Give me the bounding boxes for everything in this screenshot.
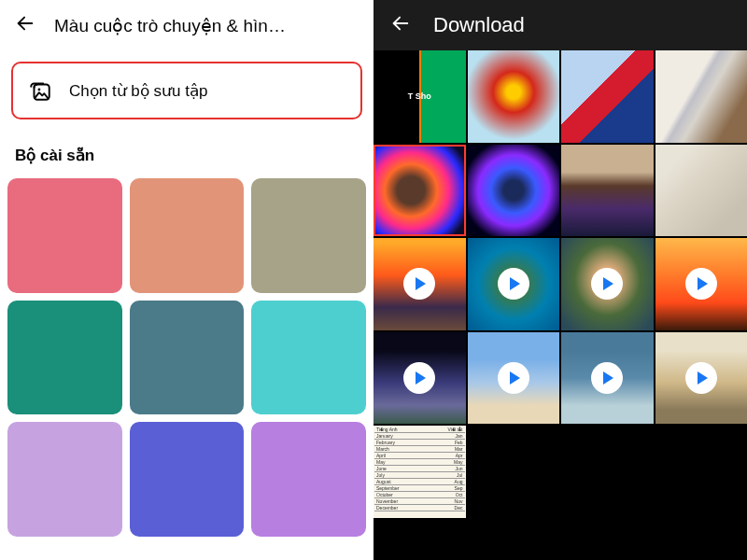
gallery-thumbnail-11[interactable] xyxy=(655,238,748,330)
back-arrow-icon[interactable] xyxy=(390,13,411,37)
gallery-icon xyxy=(28,78,52,103)
play-icon xyxy=(591,268,623,300)
color-swatch-7[interactable] xyxy=(130,422,245,537)
header-left: Màu cuộc trò chuyện & hìn… xyxy=(0,0,374,50)
play-icon xyxy=(685,362,717,394)
thumbnail-grid: T ShoTiếng AnhViết tắtJanuaryJanFebruary… xyxy=(374,50,747,518)
color-swatch-2[interactable] xyxy=(251,178,366,293)
play-icon xyxy=(403,268,435,300)
gallery-thumbnail-8[interactable] xyxy=(374,238,466,330)
gallery-thumbnail-12[interactable] xyxy=(374,332,466,425)
gallery-thumbnail-3[interactable] xyxy=(655,50,748,143)
download-gallery-panel: Download T ShoTiếng AnhViết tắtJanuaryJa… xyxy=(374,0,747,560)
choose-from-gallery-button[interactable]: Chọn từ bộ sưu tập xyxy=(11,62,362,119)
gallery-thumbnail-2[interactable] xyxy=(561,50,654,143)
play-icon xyxy=(403,362,435,394)
settings-panel: Màu cuộc trò chuyện & hìn… Chọn từ bộ sư… xyxy=(0,0,374,560)
play-icon xyxy=(498,362,529,394)
gallery-thumbnail-10[interactable] xyxy=(561,238,654,330)
gallery-thumbnail-6[interactable] xyxy=(561,145,654,237)
gallery-thumbnail-9[interactable] xyxy=(468,238,560,330)
svg-point-2 xyxy=(38,89,41,91)
color-preset-grid xyxy=(0,178,374,537)
color-swatch-8[interactable] xyxy=(251,422,366,537)
play-icon xyxy=(685,268,717,300)
gallery-label: Chọn từ bộ sưu tập xyxy=(69,81,207,101)
color-swatch-3[interactable] xyxy=(7,301,122,415)
back-arrow-icon[interactable] xyxy=(15,13,35,37)
gallery-thumbnail-5[interactable] xyxy=(468,145,560,237)
gallery-thumbnail-4[interactable] xyxy=(374,145,466,237)
color-swatch-4[interactable] xyxy=(130,301,245,415)
color-swatch-1[interactable] xyxy=(130,178,245,293)
play-icon xyxy=(591,362,623,394)
play-icon xyxy=(498,268,529,300)
header-right: Download xyxy=(374,0,747,50)
color-swatch-5[interactable] xyxy=(251,301,366,415)
section-title-presets: Bộ cài sẵn xyxy=(0,119,374,178)
page-title: Màu cuộc trò chuyện & hìn… xyxy=(54,15,359,36)
gallery-thumbnail-16[interactable]: Tiếng AnhViết tắtJanuaryJanFebruaryFebMa… xyxy=(374,426,466,518)
color-swatch-0[interactable] xyxy=(7,178,122,293)
gallery-thumbnail-15[interactable] xyxy=(655,332,748,425)
color-swatch-6[interactable] xyxy=(7,422,122,537)
gallery-thumbnail-7[interactable] xyxy=(655,145,748,237)
gallery-thumbnail-0[interactable]: T Sho xyxy=(374,50,466,143)
gallery-title: Download xyxy=(433,13,525,37)
gallery-thumbnail-14[interactable] xyxy=(561,332,654,425)
gallery-thumbnail-13[interactable] xyxy=(468,332,560,425)
gallery-thumbnail-1[interactable] xyxy=(468,50,560,143)
